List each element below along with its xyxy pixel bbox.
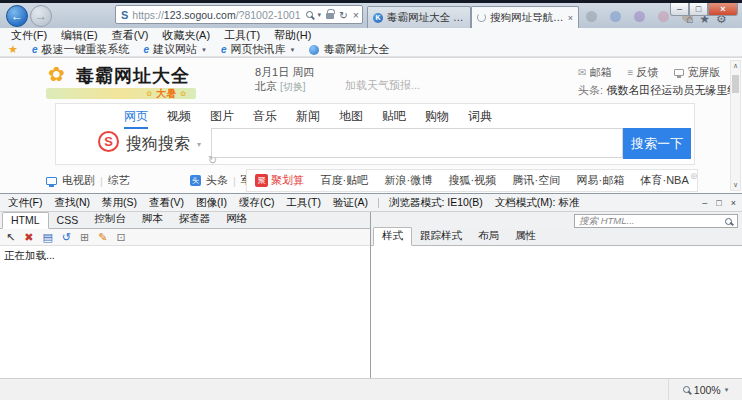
tab-close-icon[interactable]: × <box>568 13 573 23</box>
dt-tab-console[interactable]: 控制台 <box>86 211 134 228</box>
engine-dropdown-icon[interactable]: ▾ <box>197 140 201 149</box>
dt-document-mode[interactable]: 文档模式(M): 标准 <box>489 196 586 210</box>
dt-menu-tools[interactable]: 工具(T) <box>281 196 327 210</box>
url-domain: 123.sogou.com <box>164 9 236 21</box>
dt-tab-layout[interactable]: 布局 <box>470 228 507 245</box>
dt-menu-cache[interactable]: 缓存(C) <box>233 196 281 210</box>
dt-tab-attributes[interactable]: 属性 <box>507 228 544 245</box>
dt-menu-view[interactable]: 查看(V) <box>143 196 190 210</box>
stop-icon[interactable]: × <box>353 9 359 21</box>
select-element-icon[interactable]: ↖ <box>6 231 15 244</box>
browser-tab-duba[interactable]: K 毒霸网址大全 - 最安全实用的.. <box>367 6 471 28</box>
save-icon[interactable]: ▤ <box>42 231 52 244</box>
favorite-item-duba[interactable]: 毒霸网址大全 <box>309 42 389 57</box>
feedback-link[interactable]: ≡反馈 <box>627 65 658 80</box>
hot-link[interactable]: 网易·邮箱 <box>576 173 624 188</box>
nav-link[interactable]: 综艺 <box>108 173 130 188</box>
favorite-item-suggested-sites[interactable]: e 建议网站 ▼ <box>143 42 207 57</box>
tab-video[interactable]: 视频 <box>167 108 191 129</box>
forward-button[interactable]: → <box>30 5 52 27</box>
dt-menu-file[interactable]: 文件(F) <box>2 196 48 210</box>
devtools-styles-content[interactable] <box>371 246 742 378</box>
page-scrollbar[interactable]: ∧ ∨ <box>730 60 741 191</box>
tab-shopping[interactable]: 购物 <box>425 108 449 129</box>
hot-link[interactable]: 新浪·微博 <box>384 173 432 188</box>
zoom-dropdown-icon[interactable]: ▾ <box>725 386 729 394</box>
tab-tieba[interactable]: 贴吧 <box>382 108 406 129</box>
dt-tab-html[interactable]: HTML <box>2 212 49 229</box>
devtools-dom-tree[interactable]: 正在加载... <box>0 246 370 378</box>
city-switch-link[interactable]: [切换] <box>280 81 306 92</box>
mail-link[interactable]: ✉邮箱 <box>578 65 611 80</box>
nav-link[interactable]: 头条 <box>206 173 228 188</box>
tab-web[interactable]: 网页 <box>124 108 148 129</box>
dt-tab-trace-styles[interactable]: 跟踪样式 <box>412 228 470 245</box>
element-view-icon[interactable]: ⊡ <box>117 231 126 244</box>
favorites-add-star-icon[interactable]: ★ <box>8 43 18 56</box>
devtools-search-icon[interactable] <box>725 218 732 225</box>
dt-tab-script[interactable]: 脚本 <box>134 211 171 228</box>
favorite-item-web-slices[interactable]: e 网页快讯库 ▼ <box>221 42 296 57</box>
refresh-dom-icon[interactable]: ↺ <box>62 231 71 244</box>
menu-tools[interactable]: 工具(T) <box>217 28 267 43</box>
hot-links-box: 聚 聚划算 百度·贴吧 新浪·微博 搜狐·视频 腾讯·空间 网易·邮箱 体育·N… <box>246 169 698 192</box>
status-bar: 100% ▾ <box>0 378 742 400</box>
hot-link[interactable]: 搜狐·视频 <box>448 173 496 188</box>
site-logo-title[interactable]: 毒霸网址大全 <box>76 64 190 88</box>
search-icon[interactable] <box>306 11 313 18</box>
expand-icon[interactable]: ⊞ <box>80 231 89 244</box>
sogou-logo-icon: S <box>98 131 119 152</box>
dt-unpin-icon[interactable]: □ <box>716 198 721 208</box>
dt-browser-mode[interactable]: 浏览器模式: IE10(B) <box>383 196 489 210</box>
nav-group-tv[interactable]: 电视剧 | 综艺 <box>46 173 130 188</box>
search-button[interactable]: 搜索一下 <box>623 128 691 159</box>
tab-images[interactable]: 图片 <box>210 108 234 129</box>
refresh-icon[interactable]: ↻ <box>339 9 348 21</box>
scroll-up-icon[interactable]: ∧ <box>731 62 740 70</box>
menu-view[interactable]: 查看(V) <box>105 28 156 43</box>
headline-label: 头条: <box>578 84 603 96</box>
zoom-control[interactable]: 100% ▾ <box>668 379 742 400</box>
dt-menu-disable[interactable]: 禁用(S) <box>96 196 143 210</box>
tab-maps[interactable]: 地图 <box>339 108 363 129</box>
nav-link[interactable]: 电视剧 <box>62 173 95 188</box>
search-input[interactable] <box>211 128 623 158</box>
tab-music[interactable]: 音乐 <box>253 108 277 129</box>
menu-help[interactable]: 帮助(H) <box>267 28 318 43</box>
menu-favorites[interactable]: 收藏夹(A) <box>155 28 217 43</box>
browser-tab-sogou-active[interactable]: 搜狗网址导航 - - 网址大全... × <box>471 6 579 28</box>
dt-tab-css[interactable]: CSS <box>49 213 87 228</box>
dt-tab-profiler[interactable]: 探查器 <box>171 211 219 228</box>
headline[interactable]: 头条: 俄数名田径运动员无缘里约 <box>578 83 738 98</box>
tab-news[interactable]: 新闻 <box>296 108 320 129</box>
search-engine-name[interactable]: 搜狗搜索 <box>126 134 190 155</box>
dt-tab-network[interactable]: 网络 <box>218 211 255 228</box>
dt-tab-styles[interactable]: 样式 <box>373 227 412 246</box>
dt-close-icon[interactable]: × <box>731 198 736 208</box>
edit-icon[interactable]: ✎ <box>98 231 107 244</box>
scrollbar-thumb[interactable] <box>732 75 739 93</box>
chevron-down-icon[interactable]: ▾ <box>318 11 322 19</box>
scroll-down-icon[interactable]: ∨ <box>731 181 740 189</box>
close-button[interactable]: × <box>708 3 738 16</box>
maximize-button[interactable]: □ <box>689 3 708 16</box>
dt-menu-images[interactable]: 图像(I) <box>190 196 233 210</box>
hot-link[interactable]: 腾讯·空间 <box>512 173 560 188</box>
menu-edit[interactable]: 编辑(E) <box>54 28 105 43</box>
minimize-button[interactable]: – <box>670 3 689 16</box>
hot-link[interactable]: 体育·NBA <box>640 173 688 188</box>
address-bar[interactable]: S https://123.sogou.com/?81002-1001 ▾ ↻ … <box>115 5 363 24</box>
clear-cache-icon[interactable]: ✖ <box>24 231 33 244</box>
hot-link-juhuasuan[interactable]: 聚 聚划算 <box>255 173 304 188</box>
hotbox-settings-icon[interactable]: ⊛ <box>690 171 698 181</box>
devtools-search-input[interactable] <box>574 214 738 228</box>
menu-file[interactable]: 文件(F) <box>4 28 54 43</box>
hot-link[interactable]: 百度·贴吧 <box>320 173 368 188</box>
dt-menu-validate[interactable]: 验证(A) <box>327 196 374 210</box>
widescreen-link[interactable]: 宽屏版 <box>674 65 720 80</box>
dt-menu-find[interactable]: 查找(N) <box>48 196 96 210</box>
back-button[interactable]: ← <box>6 5 28 27</box>
favorite-item[interactable]: e 极速一键重装系统 <box>32 42 130 57</box>
dt-minimize-icon[interactable]: – <box>702 198 707 208</box>
tab-dictionary[interactable]: 词典 <box>468 108 492 129</box>
